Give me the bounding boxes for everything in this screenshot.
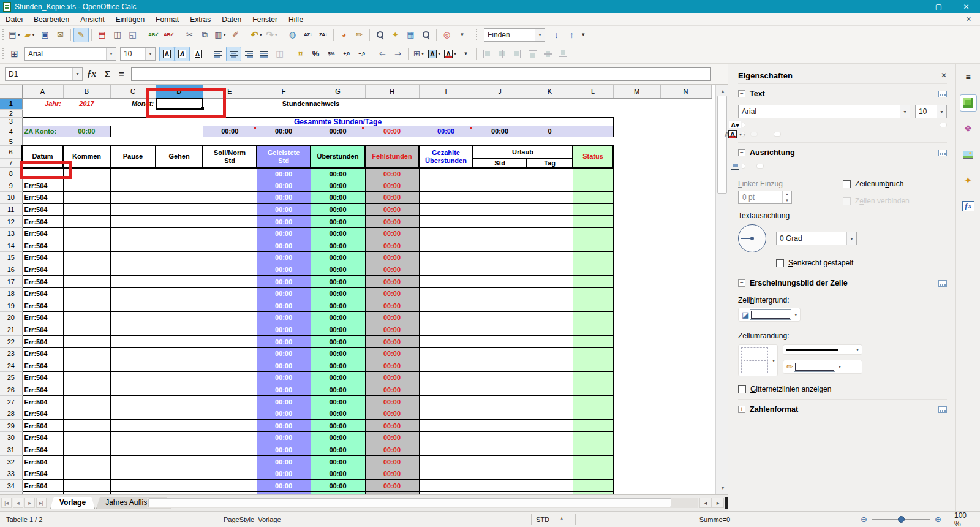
row-2-cells[interactable]	[22, 109, 711, 117]
menu-extras[interactable]: Extras	[184, 14, 216, 25]
cell-H19[interactable]: 00:00	[365, 300, 419, 312]
cell-J1[interactable]	[473, 98, 527, 109]
cell-F27[interactable]: 00:00	[257, 396, 311, 408]
cell-E10[interactable]	[203, 192, 257, 204]
font-combo-arrow-icon[interactable]: ▾	[900, 105, 910, 118]
cell-G21[interactable]: 00:00	[311, 324, 365, 336]
cell-H33[interactable]: 00:00	[365, 468, 419, 480]
collapse-section-icon[interactable]: −	[738, 90, 745, 97]
cell-B18[interactable]	[63, 287, 110, 300]
cell-G13[interactable]: 00:00	[311, 227, 365, 240]
cell-E20[interactable]	[203, 312, 257, 324]
cell-N29[interactable]	[660, 420, 711, 432]
header-urlaub[interactable]: Urlaub	[473, 146, 573, 159]
selection-mode[interactable]: STD	[532, 514, 554, 525]
sum-display[interactable]: Summe=0	[576, 514, 854, 525]
align-center-button[interactable]	[226, 47, 241, 61]
column-header-E[interactable]: E	[203, 85, 257, 98]
cell-F26[interactable]: 00:00	[257, 384, 311, 396]
cell-E11[interactable]	[203, 203, 257, 216]
cell-J27[interactable]	[473, 396, 527, 408]
row-header-4[interactable]: 4	[0, 126, 22, 137]
cell-D13[interactable]	[156, 227, 203, 240]
menu-bearbeiten[interactable]: Bearbeiten	[28, 14, 75, 25]
cell-C19[interactable]	[110, 300, 156, 312]
cell-G26[interactable]: 00:00	[311, 384, 365, 396]
cell-E16[interactable]	[203, 264, 257, 276]
zoom-in-icon[interactable]: ⊕	[935, 515, 941, 524]
cell-J34[interactable]	[473, 480, 527, 492]
cell-A18[interactable]: Err:504	[22, 287, 63, 300]
column-header-N[interactable]: N	[660, 85, 711, 98]
row-header-31[interactable]: 31	[0, 444, 22, 456]
column-header-A[interactable]: A	[22, 85, 63, 98]
header-fehlstunden[interactable]: Fehlstunden	[365, 146, 419, 168]
cell-M9[interactable]	[613, 180, 660, 192]
cell-F8[interactable]: 00:00	[257, 168, 311, 180]
cell-H10[interactable]: 00:00	[365, 192, 419, 204]
sort-ascending-button[interactable]: AZ↓	[300, 28, 315, 42]
cell-F17[interactable]: 00:00	[257, 276, 311, 288]
cell-L21[interactable]	[573, 324, 613, 336]
cell-D32[interactable]	[156, 456, 203, 468]
cell-M14[interactable]	[613, 240, 660, 252]
font-name-combo-arrow-icon[interactable]: ▾	[106, 48, 116, 60]
percent-format-button[interactable]: %	[308, 47, 323, 61]
cell-M19[interactable]	[613, 300, 660, 312]
cell-I34[interactable]	[419, 480, 473, 492]
cell-A15[interactable]: Err:504	[22, 252, 63, 264]
cell-C24[interactable]	[110, 360, 156, 372]
row-header-25[interactable]: 25	[0, 372, 22, 384]
row-header-6[interactable]: 6	[0, 146, 22, 159]
export-pdf-button[interactable]: ▤	[94, 28, 110, 42]
cell-I11[interactable]	[419, 203, 473, 216]
cell-G9[interactable]: 00:00	[311, 180, 365, 192]
font-color-button[interactable]: A▾	[442, 47, 458, 61]
cell-H4[interactable]: 00:00	[365, 126, 419, 137]
cell-J14[interactable]	[473, 240, 527, 252]
cell-L33[interactable]	[573, 468, 613, 480]
cell-K4[interactable]: 0	[527, 126, 573, 137]
dialog-launcher-icon[interactable]	[938, 406, 947, 413]
row-header-5[interactable]: 5	[0, 137, 22, 146]
sidebar-font-color-button[interactable]: A▾	[728, 128, 742, 140]
zoom-button[interactable]	[418, 28, 434, 42]
background-color-dropdown-icon[interactable]: ▾	[794, 312, 797, 317]
cell-J20[interactable]	[473, 312, 527, 324]
header-pause[interactable]: Pause	[110, 146, 156, 168]
background-color-swatch[interactable]	[751, 311, 790, 319]
cell-E29[interactable]	[203, 420, 257, 432]
cell-A19[interactable]: Err:504	[22, 300, 63, 312]
font-name-select[interactable]: Arial ▾	[24, 47, 116, 61]
insert-chart-button[interactable]: ◕	[336, 28, 352, 42]
cell-I30[interactable]	[419, 432, 473, 444]
cell-B31[interactable]	[63, 444, 110, 456]
cell-D27[interactable]	[156, 396, 203, 408]
cell-G34[interactable]: 00:00	[311, 480, 365, 492]
cell-G16[interactable]: 00:00	[311, 264, 365, 276]
cell-H9[interactable]: 00:00	[365, 180, 419, 192]
cell-B1[interactable]: 2017	[63, 98, 110, 109]
cell-E27[interactable]	[203, 396, 257, 408]
header-soll-norm-std[interactable]: Soll/Norm Std	[203, 146, 257, 168]
cell-H34[interactable]: 00:00	[365, 480, 419, 492]
cell-G4[interactable]: 00:00	[311, 126, 365, 137]
row-header-24[interactable]: 24	[0, 360, 22, 372]
cell-M8[interactable]	[613, 168, 660, 180]
row-header-12[interactable]: 12	[0, 216, 22, 228]
spinner-up-icon[interactable]: ▲	[783, 191, 791, 197]
cell-B20[interactable]	[63, 312, 110, 324]
cell-H29[interactable]: 00:00	[365, 420, 419, 432]
cell-K34[interactable]	[527, 480, 573, 492]
cell-M1[interactable]	[613, 98, 660, 109]
font-size-combo-arrow-icon[interactable]: ▾	[145, 48, 155, 60]
cell-A33[interactable]: Err:504	[22, 468, 63, 480]
cell-C14[interactable]	[110, 240, 156, 252]
cell-L31[interactable]	[573, 444, 613, 456]
cell-L22[interactable]	[573, 336, 613, 348]
borders-button[interactable]: ⊞▾	[411, 47, 426, 61]
cell-B25[interactable]	[63, 372, 110, 384]
cell-J12[interactable]	[473, 216, 527, 228]
cell-D34[interactable]	[156, 480, 203, 492]
header-datum[interactable]: Datum	[22, 146, 63, 168]
